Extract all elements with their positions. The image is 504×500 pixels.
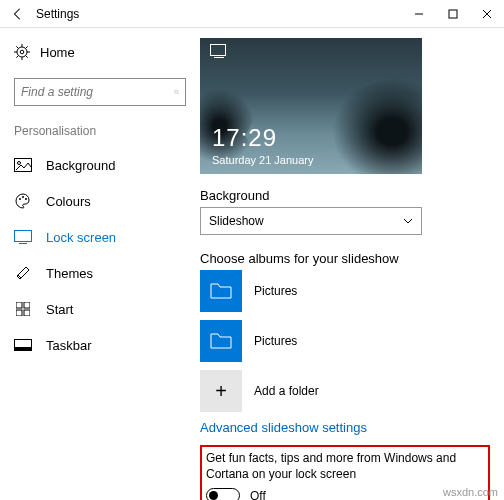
sidebar-item-label: Start (46, 302, 73, 317)
home-nav[interactable]: Home (0, 38, 200, 66)
monitor-icon (210, 44, 226, 56)
search-input[interactable] (19, 84, 174, 100)
picture-icon (14, 156, 32, 174)
minimize-button[interactable] (402, 0, 436, 28)
search-icon (174, 85, 179, 99)
folder-tile-icon (200, 320, 242, 362)
svg-line-12 (26, 46, 28, 48)
start-icon (14, 300, 32, 318)
window-title: Settings (32, 7, 79, 21)
watermark: wsxdn.com (443, 486, 498, 498)
svg-rect-21 (15, 231, 32, 242)
svg-point-4 (17, 47, 27, 57)
sidebar-item-label: Lock screen (46, 230, 116, 245)
svg-rect-28 (15, 347, 31, 350)
add-folder-row[interactable]: + Add a folder (200, 370, 490, 412)
background-label: Background (200, 188, 490, 203)
lockscreen-preview[interactable]: 17:29 Saturday 21 January (200, 38, 422, 174)
funfacts-label: Get fun facts, tips and more from Window… (206, 451, 484, 482)
section-label: Personalisation (0, 122, 200, 146)
advanced-settings-link[interactable]: Advanced slideshow settings (200, 420, 490, 435)
plus-icon: + (200, 370, 242, 412)
background-dropdown[interactable]: Slideshow (200, 207, 422, 235)
svg-rect-1 (449, 10, 457, 18)
sidebar-item-label: Background (46, 158, 115, 173)
sidebar-item-label: Colours (46, 194, 91, 209)
album-row[interactable]: Pictures (200, 320, 490, 362)
sidebar: Home Personalisation Background Colours … (0, 28, 200, 500)
svg-point-18 (19, 198, 21, 200)
album-label: Pictures (254, 334, 297, 348)
funfacts-toggle[interactable] (206, 488, 240, 500)
close-button[interactable] (470, 0, 504, 28)
sidebar-item-background[interactable]: Background (0, 148, 200, 182)
sidebar-item-taskbar[interactable]: Taskbar (0, 328, 200, 362)
home-label: Home (40, 45, 75, 60)
gear-icon (14, 44, 30, 60)
svg-line-11 (26, 56, 28, 58)
svg-line-13 (16, 56, 18, 58)
preview-time: 17:29 (212, 124, 277, 152)
svg-rect-26 (24, 310, 30, 316)
sidebar-item-label: Themes (46, 266, 93, 281)
svg-point-5 (20, 50, 24, 54)
svg-rect-24 (24, 302, 30, 308)
svg-point-19 (22, 196, 24, 198)
taskbar-icon (14, 336, 32, 354)
folder-tile-icon (200, 270, 242, 312)
titlebar: Settings (0, 0, 504, 28)
sidebar-item-themes[interactable]: Themes (0, 256, 200, 290)
main-pane: 17:29 Saturday 21 January Background Sli… (200, 28, 504, 500)
svg-rect-23 (16, 302, 22, 308)
lockscreen-icon (14, 228, 32, 246)
svg-point-14 (175, 90, 178, 93)
svg-line-10 (16, 46, 18, 48)
dropdown-value: Slideshow (209, 214, 264, 228)
search-box[interactable] (14, 78, 186, 106)
svg-point-17 (18, 162, 21, 165)
album-label: Pictures (254, 284, 297, 298)
sidebar-item-label: Taskbar (46, 338, 92, 353)
albums-label: Choose albums for your slideshow (200, 251, 490, 266)
sidebar-item-colours[interactable]: Colours (0, 184, 200, 218)
sidebar-item-start[interactable]: Start (0, 292, 200, 326)
svg-rect-25 (16, 310, 22, 316)
chevron-down-icon (403, 218, 413, 224)
palette-icon (14, 192, 32, 210)
back-button[interactable] (4, 0, 32, 28)
preview-date: Saturday 21 January (212, 154, 314, 166)
add-folder-label: Add a folder (254, 384, 319, 398)
themes-icon (14, 264, 32, 282)
album-row[interactable]: Pictures (200, 270, 490, 312)
funfacts-state: Off (250, 489, 266, 500)
svg-line-15 (177, 93, 178, 94)
sidebar-item-lockscreen[interactable]: Lock screen (0, 220, 200, 254)
svg-point-20 (25, 198, 27, 200)
maximize-button[interactable] (436, 0, 470, 28)
